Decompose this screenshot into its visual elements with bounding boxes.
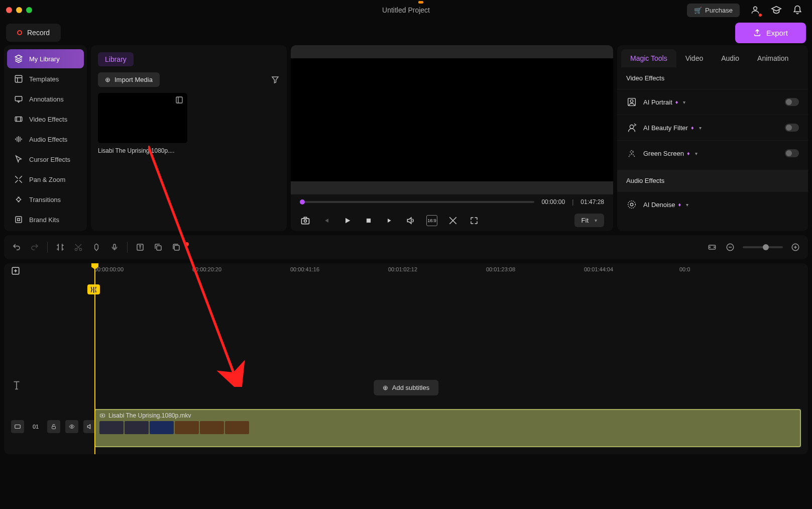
preview-video[interactable] xyxy=(291,58,613,181)
purchase-button[interactable]: 🛒 Purchase xyxy=(687,4,740,17)
svg-point-10 xyxy=(630,99,633,103)
track-media-icon[interactable] xyxy=(11,420,24,433)
ruler-mark: 00:00:20:20 xyxy=(192,266,221,272)
toggle-ai-portrait[interactable] xyxy=(785,98,799,106)
export-button[interactable]: Export xyxy=(735,23,806,43)
clip-thumbnails xyxy=(99,421,796,434)
volume-button[interactable] xyxy=(405,215,416,226)
effect-ai-portrait[interactable]: AI Portrait♦▾ xyxy=(617,89,808,115)
timeline-ruler[interactable]: 00:00:00:00 00:00:20:20 00:00:41:16 00:0… xyxy=(4,263,808,279)
svg-rect-17 xyxy=(113,244,115,248)
library-tab[interactable]: Library xyxy=(98,52,134,66)
redo-button[interactable] xyxy=(29,242,40,253)
effect-ai-beauty[interactable]: AI Beauty Filter♦▾ xyxy=(617,115,808,140)
sidebar-item-audio-effects[interactable]: Audio Effects xyxy=(7,130,84,149)
svg-point-14 xyxy=(630,203,633,206)
clip-icon xyxy=(99,413,105,419)
aspect-button[interactable]: 16:9 xyxy=(426,215,437,226)
ruler-mark: 00:00:00:00 xyxy=(94,266,124,272)
record-button[interactable]: Record xyxy=(6,24,61,42)
effect-ai-denoise[interactable]: AI Denoise♦▾ xyxy=(617,191,808,217)
section-video-effects: Video Effects xyxy=(617,67,808,89)
media-name: Lisabi The Uprising.1080p.... xyxy=(98,147,280,154)
undo-button[interactable] xyxy=(11,242,22,253)
import-media-button[interactable]: ⊕ Import Media xyxy=(98,72,160,87)
tab-video[interactable]: Video xyxy=(676,49,713,67)
svg-rect-19 xyxy=(157,246,161,250)
add-track-button[interactable] xyxy=(11,266,22,277)
effect-label: AI Denoise xyxy=(643,201,675,209)
denoise-icon xyxy=(626,199,637,210)
sidebar-label: Video Effects xyxy=(29,116,67,123)
sidebar: My Library Templates Annotations Video E… xyxy=(4,45,87,231)
next-frame-button[interactable] xyxy=(384,215,395,226)
svg-rect-6 xyxy=(302,218,309,224)
svg-rect-3 xyxy=(15,117,22,122)
gem-icon: ♦ xyxy=(691,125,694,131)
prev-frame-button[interactable] xyxy=(321,215,332,226)
cut-button[interactable] xyxy=(73,242,84,253)
playhead[interactable] xyxy=(94,263,95,454)
timeline-clip[interactable]: Lisabi The Uprising.1080p.mkv xyxy=(94,409,801,447)
media-thumbnail[interactable] xyxy=(98,93,187,143)
toggle-ai-beauty[interactable] xyxy=(785,124,799,132)
filter-icon[interactable] xyxy=(271,75,280,84)
tab-animation[interactable]: Animation xyxy=(748,49,797,67)
track-lock-button[interactable] xyxy=(47,420,60,433)
sidebar-item-pan-zoom[interactable]: Pan & Zoom xyxy=(7,170,84,189)
copy-button[interactable] xyxy=(153,242,164,253)
fit-label: Fit xyxy=(582,217,589,224)
section-audio-effects: Audio Effects xyxy=(617,170,808,191)
notification-dot xyxy=(185,242,189,246)
preview-bar xyxy=(291,181,613,194)
sidebar-item-cursor-effects[interactable]: Cursor Effects xyxy=(7,150,84,169)
screenshot-button[interactable] xyxy=(300,215,311,226)
sidebar-item-my-library[interactable]: My Library xyxy=(7,49,84,68)
toggle-green-screen[interactable] xyxy=(785,149,799,157)
text-button[interactable] xyxy=(135,242,146,253)
fit-dropdown[interactable]: Fit▾ xyxy=(574,214,604,227)
plus-icon: ⊕ xyxy=(105,76,110,83)
crop-button[interactable] xyxy=(447,215,458,226)
sidebar-label: Audio Effects xyxy=(29,136,67,143)
sidebar-item-annotations[interactable]: Annotations xyxy=(7,89,84,109)
window-maximize[interactable] xyxy=(26,7,32,13)
bell-icon[interactable] xyxy=(792,5,803,16)
properties-panel: Magic Tools Video Audio Animation Video … xyxy=(617,45,808,231)
zoom-out-button[interactable] xyxy=(725,242,736,253)
window-minimize[interactable] xyxy=(16,7,22,13)
expand-icon[interactable] xyxy=(175,96,184,105)
graduation-icon[interactable] xyxy=(771,5,782,16)
tab-magic-tools[interactable]: Magic Tools xyxy=(621,49,676,67)
sidebar-item-brand-kits[interactable]: Brand Kits xyxy=(7,210,84,229)
chevron-down-icon: ▾ xyxy=(686,202,688,208)
account-icon[interactable] xyxy=(750,5,761,16)
zoom-in-button[interactable] xyxy=(790,242,801,253)
text-track-icon[interactable] xyxy=(11,380,22,391)
track-number: 01 xyxy=(29,420,42,433)
play-button[interactable] xyxy=(342,215,353,226)
sidebar-item-templates[interactable]: Templates xyxy=(7,69,84,88)
seek-slider[interactable] xyxy=(300,201,534,203)
add-subtitles-button[interactable]: ⊕ Add subtitles xyxy=(374,380,438,395)
zoom-slider[interactable] xyxy=(743,246,783,248)
sidebar-item-transitions[interactable]: Transitions xyxy=(7,190,84,209)
marker-button[interactable] xyxy=(91,242,102,253)
svg-rect-4 xyxy=(16,217,22,223)
sidebar-item-video-effects[interactable]: Video Effects xyxy=(7,110,84,129)
stop-button[interactable] xyxy=(363,215,374,226)
svg-point-27 xyxy=(71,426,73,428)
layers-button[interactable] xyxy=(171,242,182,253)
seek-thumb[interactable] xyxy=(300,199,305,205)
tab-audio[interactable]: Audio xyxy=(712,49,748,67)
track-visibility-button[interactable] xyxy=(65,420,78,433)
effect-green-screen[interactable]: Green Screen♦▾ xyxy=(617,140,808,166)
fullscreen-button[interactable] xyxy=(469,215,480,226)
fit-timeline-button[interactable] xyxy=(707,242,718,253)
split-button[interactable] xyxy=(55,242,66,253)
sidebar-label: My Library xyxy=(29,55,60,63)
window-close[interactable] xyxy=(6,7,12,13)
zoom-thumb[interactable] xyxy=(763,244,769,250)
mic-button[interactable] xyxy=(109,242,120,253)
import-label: Import Media xyxy=(114,76,153,83)
